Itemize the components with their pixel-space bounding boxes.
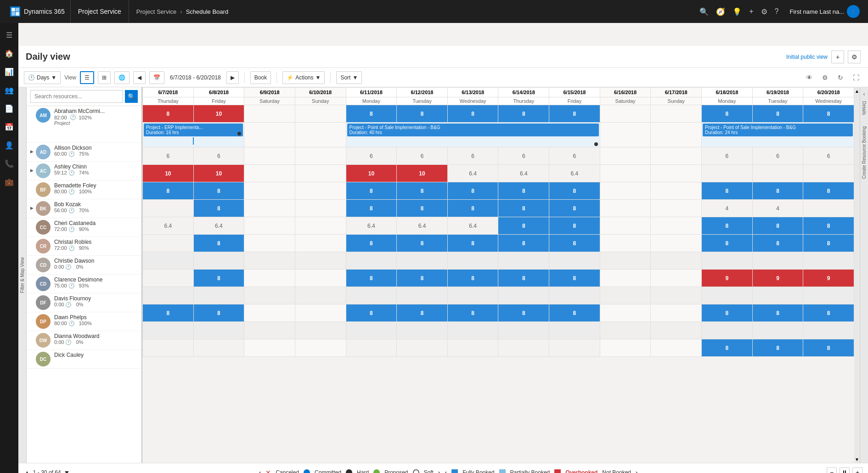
- table-row: 10 10 10 10 6.4 6.4 6.4: [143, 165, 854, 182]
- resource-name-bernadette: Bernadette Foley: [54, 182, 138, 189]
- expand-btn[interactable]: ⛶: [850, 71, 862, 84]
- pagination-expand-btn[interactable]: ▼: [64, 469, 70, 473]
- cell-christie-2: [193, 252, 244, 270]
- refresh-btn[interactable]: ↻: [834, 71, 847, 84]
- scroll-up-btn[interactable]: ▲: [854, 87, 860, 95]
- list-view-btn[interactable]: ☰: [80, 71, 94, 84]
- legend-next2-btn[interactable]: ›: [636, 469, 638, 473]
- cell-allison-6: 6: [397, 147, 448, 165]
- actions-btn[interactable]: ⚡ Actions ▼: [282, 71, 325, 84]
- resource-row[interactable]: DP Dawn Phelps 80:00 🕐 100%: [27, 312, 141, 331]
- next-btn[interactable]: ▶: [226, 71, 239, 84]
- resource-row[interactable]: CD Christie Dawson 0:00 🕐 0%: [27, 256, 141, 275]
- sidebar-doc[interactable]: 📄: [1, 100, 17, 117]
- module-title[interactable]: Project Service: [71, 0, 129, 23]
- resource-row[interactable]: CD Clarence Desimone 75:00 🕐 93%: [27, 275, 141, 293]
- resource-info-dianna: Dianna Woodward 0:00 🕐 0%: [54, 333, 138, 345]
- map-view-btn[interactable]: 🌐: [114, 71, 130, 84]
- proposed-dot: [373, 469, 380, 473]
- filter-map-toggle[interactable]: Filter & Map View: [18, 87, 27, 463]
- sidebar-user[interactable]: 👤: [1, 137, 17, 153]
- resource-row[interactable]: ▶ AD Allison Dickson 60:00 🕐 75%: [27, 143, 141, 162]
- dow-col-14: Wednesday: [803, 97, 854, 105]
- help-icon[interactable]: ?: [775, 7, 779, 16]
- search-icon[interactable]: 🔍: [699, 7, 709, 16]
- sort-label: Sort: [340, 74, 350, 81]
- pagination-collapse-btn[interactable]: ▲: [24, 469, 30, 473]
- sidebar-phone[interactable]: 📞: [1, 155, 17, 172]
- dow-col-6: Tuesday: [397, 97, 448, 105]
- project-bar-erp[interactable]: Project - ERP Implementa...Duration: 16 …: [144, 124, 243, 136]
- cell-allison-5: 6: [346, 147, 397, 165]
- cell-christie-1: [143, 252, 194, 270]
- search-button[interactable]: 🔍: [125, 90, 138, 103]
- resource-row[interactable]: BF Bernadette Foley 80:00 🕐 100%: [27, 180, 141, 199]
- date-col-14: 6/20/2018: [803, 88, 854, 97]
- settings-icon[interactable]: ⚙: [761, 7, 767, 16]
- search-input[interactable]: [30, 90, 123, 103]
- expand-btn-allison[interactable]: ▶: [30, 145, 36, 154]
- table-row: [143, 322, 854, 339]
- resource-row[interactable]: AM Abraham McCormi... 82:00🕐102% Project: [27, 106, 141, 143]
- resource-row[interactable]: DF Davis Flournoy 0:00 🕐 0%: [27, 293, 141, 312]
- resource-list: AM Abraham McCormi... 82:00🕐102% Project…: [27, 106, 141, 463]
- resource-row[interactable]: ▶ AC Ashley Chinn 59:12 🕐 74%: [27, 162, 141, 180]
- sidebar-briefcase[interactable]: 💼: [1, 174, 17, 190]
- legend-prev-btn[interactable]: ‹: [259, 469, 261, 473]
- project-bar-pos1[interactable]: Project - Point of Sale Implementation -…: [347, 124, 599, 136]
- brand[interactable]: Dynamics 365: [5, 0, 71, 23]
- cell-ashley-1: 10: [143, 165, 194, 182]
- resource-row[interactable]: CC Cheri Castaneda 72:00 🕐 90%: [27, 218, 141, 237]
- sidebar-chart[interactable]: 📊: [1, 63, 17, 80]
- expand-btn-bob[interactable]: ▶: [30, 201, 36, 210]
- calendar-btn[interactable]: 📅: [149, 71, 164, 84]
- zoom-pause-btn[interactable]: ⏸: [840, 467, 850, 473]
- prev-btn[interactable]: ◀: [133, 71, 146, 84]
- settings-btn[interactable]: ⚙: [818, 71, 831, 84]
- resource-row[interactable]: CR Christal Robles 72:00 🕐 90%: [27, 237, 141, 256]
- cell-cheri-9: 8: [549, 217, 600, 235]
- table-row: 8 8 8 8 8 8 9 9 9: [143, 270, 854, 287]
- add-view-btn[interactable]: +: [831, 51, 844, 63]
- cell-dianna-13: [752, 322, 803, 339]
- grid-view-btn[interactable]: ⊞: [98, 71, 111, 84]
- cell-bob-12: 4: [702, 200, 753, 217]
- cell-ashley-12: [702, 165, 753, 182]
- expand-btn-abraham[interactable]: [30, 108, 36, 113]
- sidebar-home[interactable]: 🏠: [1, 45, 17, 62]
- expand-btn-ashley[interactable]: ▶: [30, 163, 36, 173]
- legend-next-btn[interactable]: ›: [438, 469, 440, 473]
- cell-dick-5: [346, 339, 397, 357]
- plus-icon[interactable]: +: [749, 7, 753, 16]
- scroll-down-btn[interactable]: ▼: [854, 456, 860, 463]
- project-bar-pos2[interactable]: Project - Point of Sale Implementation -…: [703, 124, 853, 136]
- timeline-btn[interactable]: 🕐 Days ▼: [24, 71, 61, 84]
- cell-ashley-8: 6.4: [498, 165, 549, 182]
- cell-bernadette-1: 8: [143, 182, 194, 200]
- breadcrumb-item-1[interactable]: Project Service: [136, 8, 176, 15]
- resource-row[interactable]: DW Dianna Woodward 0:00 🕐 0%: [27, 331, 141, 350]
- sidebar-people[interactable]: 👥: [1, 82, 17, 98]
- user-menu[interactable]: First name Last na... 👤: [786, 5, 864, 18]
- settings-view-btn[interactable]: ⚙: [848, 51, 861, 63]
- bell-icon[interactable]: 💡: [733, 7, 742, 16]
- right-panel-toggle[interactable]: ‹ Details Create Resource Booking: [860, 87, 868, 463]
- initial-public-view[interactable]: Initial public view: [786, 54, 828, 60]
- sidebar-hamburger[interactable]: ☰: [1, 27, 17, 43]
- cell-ashley-11: [651, 165, 702, 182]
- eye-btn[interactable]: 👁: [803, 71, 816, 84]
- expand-btn-dianna: [30, 333, 36, 338]
- cell-cheri-13: 8: [752, 217, 803, 235]
- cell-ashley-14: [803, 165, 854, 182]
- cell-clarence-2: 8: [193, 270, 244, 287]
- sidebar-calendar[interactable]: 📅: [1, 118, 17, 135]
- zoom-out-btn[interactable]: −: [827, 467, 837, 473]
- zoom-in-btn[interactable]: +: [852, 467, 862, 473]
- book-btn[interactable]: Book: [250, 71, 271, 84]
- compass-icon[interactable]: 🧭: [716, 7, 725, 16]
- resource-row[interactable]: DC Dick Cauley: [27, 350, 141, 369]
- resource-row[interactable]: ▶ BK Bob Kozak 56:00 🕐 70%: [27, 199, 141, 218]
- sort-btn[interactable]: Sort ▼: [336, 71, 362, 84]
- legend-prev2-btn[interactable]: ‹: [445, 469, 447, 473]
- cell-clarence-8: 8: [498, 270, 549, 287]
